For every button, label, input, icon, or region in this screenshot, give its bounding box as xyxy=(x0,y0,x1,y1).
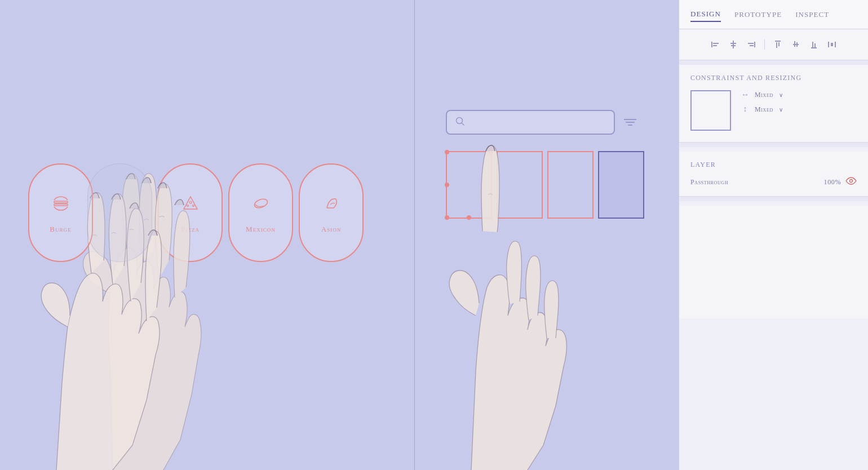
burger-icon xyxy=(50,192,72,219)
selection-handle-bl[interactable] xyxy=(445,215,449,220)
layer-row: Passthrough 100% xyxy=(690,177,857,187)
svg-rect-19 xyxy=(750,45,754,46)
layer-blend-mode[interactable]: Passthrough xyxy=(690,178,728,187)
constraint-horizontal-row: ↔ Mixed ∨ xyxy=(740,90,857,99)
constraint-v-chevron[interactable]: ∨ xyxy=(779,107,783,113)
wireframe-box-1-container xyxy=(446,151,492,219)
mexicon-label: Mexicon xyxy=(246,225,276,234)
svg-rect-15 xyxy=(730,43,736,44)
svg-rect-12 xyxy=(713,43,719,44)
svg-point-5 xyxy=(253,197,268,209)
tab-inspect[interactable]: Inspect xyxy=(795,8,829,21)
right-canvas xyxy=(415,0,679,470)
align-right-icon[interactable] xyxy=(745,38,758,51)
layer-opacity[interactable]: 100% xyxy=(824,178,841,187)
horizontal-arrow-icon: ↔ xyxy=(740,90,750,99)
layer-section: Layer Passthrough 100% xyxy=(679,152,868,197)
panel-tabs: Design Prototype Inspect xyxy=(679,0,868,29)
svg-rect-21 xyxy=(776,42,777,48)
constraint-vertical-row: ↕ Mixed ∨ xyxy=(740,105,857,114)
svg-point-4 xyxy=(192,205,194,206)
svg-rect-13 xyxy=(713,45,717,46)
panel-gap-2 xyxy=(679,143,868,147)
asion-icon xyxy=(320,192,343,219)
distribute-icon[interactable] xyxy=(826,38,838,51)
asion-label: Asion xyxy=(321,225,342,234)
alignment-section xyxy=(679,29,868,60)
pointing-hand-illustration xyxy=(415,0,679,470)
food-card-pizza[interactable]: Pizza xyxy=(158,163,223,262)
right-panel: Design Prototype Inspect xyxy=(679,0,868,470)
layer-right: 100% xyxy=(824,177,857,187)
vertical-arrow-icon: ↕ xyxy=(740,105,750,114)
constraints-grid xyxy=(690,90,731,131)
align-divider xyxy=(764,39,765,50)
svg-rect-28 xyxy=(814,43,816,47)
panel-gap-1 xyxy=(679,60,868,65)
svg-rect-27 xyxy=(812,42,813,47)
svg-point-32 xyxy=(850,180,853,183)
svg-rect-18 xyxy=(748,43,754,44)
eye-icon[interactable] xyxy=(845,177,857,187)
wireframe-box-3[interactable] xyxy=(547,151,594,219)
align-center-v-icon[interactable] xyxy=(790,38,802,51)
constraints-title: Constrainst and resizing xyxy=(690,74,857,82)
tab-prototype[interactable]: Prototype xyxy=(734,8,782,21)
svg-point-3 xyxy=(187,205,188,206)
constraints-options: ↔ Mixed ∨ ↕ Mixed ∨ xyxy=(740,90,857,114)
constraints-section: Constrainst and resizing ↔ Mixed ∨ ↕ Mix… xyxy=(679,65,868,143)
food-card-mexicon[interactable]: Mexicon xyxy=(228,163,293,262)
constraint-h-label: Mixed xyxy=(755,91,773,99)
align-bottom-icon[interactable] xyxy=(808,38,820,51)
svg-rect-11 xyxy=(711,42,712,47)
selection-handle-ml[interactable] xyxy=(445,183,449,187)
svg-rect-30 xyxy=(835,42,836,47)
svg-rect-16 xyxy=(731,45,736,46)
search-area xyxy=(446,110,636,135)
panel-gap-3 xyxy=(679,197,868,201)
constraint-v-label: Mixed xyxy=(755,105,773,114)
align-center-h-icon[interactable] xyxy=(727,38,739,51)
selection-handle-tr[interactable] xyxy=(489,150,493,154)
search-icon xyxy=(455,116,465,128)
svg-rect-23 xyxy=(793,44,799,45)
wireframe-box-2[interactable] xyxy=(497,151,543,219)
svg-rect-14 xyxy=(733,41,734,48)
food-card-burger[interactable]: Burge xyxy=(28,163,93,262)
food-cards-container: Burge Pizza xyxy=(28,163,364,262)
constraints-content: ↔ Mixed ∨ ↕ Mixed ∨ xyxy=(690,90,857,131)
align-top-icon[interactable] xyxy=(772,38,784,51)
mexicon-icon xyxy=(250,192,272,219)
food-card-asion[interactable]: Asion xyxy=(299,163,364,262)
pizza-icon xyxy=(179,192,202,219)
svg-rect-26 xyxy=(811,47,817,48)
layer-title: Layer xyxy=(690,161,857,169)
align-left-icon[interactable] xyxy=(709,38,721,51)
wireframe-box-4[interactable] xyxy=(598,151,644,219)
svg-line-7 xyxy=(462,123,464,125)
svg-point-2 xyxy=(189,201,192,203)
svg-rect-31 xyxy=(831,43,833,46)
svg-rect-24 xyxy=(794,41,795,47)
svg-rect-20 xyxy=(775,41,781,42)
left-canvas: Burge Pizza xyxy=(0,0,414,470)
search-bar[interactable] xyxy=(446,110,615,135)
wireframe-boxes xyxy=(446,151,644,219)
pizza-label: Pizza xyxy=(181,225,200,234)
constraint-h-chevron[interactable]: ∨ xyxy=(779,92,783,98)
wireframe-box-1[interactable] xyxy=(446,151,492,219)
svg-rect-22 xyxy=(778,42,780,46)
svg-rect-29 xyxy=(828,42,829,47)
selection-handle-bm[interactable] xyxy=(467,215,471,220)
svg-rect-1 xyxy=(54,204,68,206)
svg-rect-17 xyxy=(754,42,755,47)
hand-card-overlay xyxy=(87,163,152,262)
more-section xyxy=(679,206,868,318)
selection-handle-tl[interactable] xyxy=(445,150,449,154)
burger-label: Burge xyxy=(50,225,71,234)
svg-rect-25 xyxy=(796,42,798,47)
filter-icon[interactable] xyxy=(624,117,636,127)
svg-rect-0 xyxy=(54,201,68,203)
tab-design[interactable]: Design xyxy=(690,7,721,22)
align-icons-row xyxy=(690,38,857,51)
